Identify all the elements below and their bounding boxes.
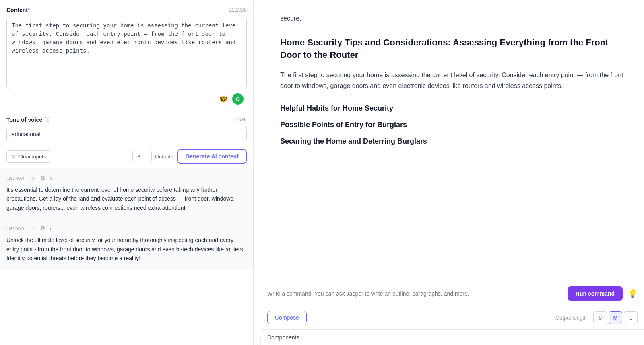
length-l-button[interactable]: L <box>624 311 638 324</box>
result-block-1: just now ☆ ⧉ » It's essential to determi… <box>0 168 253 218</box>
forward-icon: » <box>50 175 53 181</box>
result-copy-button-1[interactable]: ⧉ <box>40 174 45 182</box>
main-heading: Home Security Tips and Considerations: A… <box>280 37 625 62</box>
star-icon-2: ☆ <box>31 225 36 232</box>
result-time-2: just now <box>6 226 24 231</box>
left-panel: Content* 228/800 The first step to secur… <box>0 0 254 345</box>
bottom-bar: Compose Output length S M L <box>261 306 644 329</box>
command-input[interactable] <box>267 290 563 297</box>
right-panel: secure. Home Security Tips and Considera… <box>261 0 644 345</box>
result-block-2: just now ☆ ⧉ » Unlock the ultimate level <box>0 218 253 269</box>
star-icon: ☆ <box>31 175 36 181</box>
result-copy-button-2[interactable]: ⧉ <box>40 224 45 232</box>
result-actions-2: ☆ ⧉ » <box>30 224 54 232</box>
content-count: 228/800 <box>229 7 247 13</box>
components-bar: Components <box>261 329 644 345</box>
outputs-number-input[interactable] <box>132 151 152 162</box>
result-time-1: just now <box>6 175 24 181</box>
subheading-1: Helpful Habits for Home Security <box>280 104 625 113</box>
tone-header: Tone of voice ⓘ 11/80 <box>6 116 247 123</box>
subheading-2: Possible Points of Entry for Burglars <box>280 121 625 129</box>
result-star-button-1[interactable]: ☆ <box>30 174 37 182</box>
collapse-panel-button[interactable]: ‹ <box>254 337 261 345</box>
generate-ai-content-button[interactable]: Generate AI content <box>177 149 247 164</box>
lightbulb-button[interactable]: 💡 <box>627 289 638 298</box>
result-forward-button-2[interactable]: » <box>49 224 54 232</box>
copy-icon: ⧉ <box>41 175 45 181</box>
content-textarea[interactable]: The first step to securing your home is … <box>6 17 247 89</box>
run-command-button[interactable]: Run command <box>568 286 623 301</box>
result-meta-2: just now ☆ ⧉ » <box>6 224 247 232</box>
outputs-group: Outputs <box>132 151 173 162</box>
clear-inputs-button[interactable]: ✕ Clear inputs <box>6 150 51 163</box>
result-text-1: It's essential to determine the current … <box>6 185 247 212</box>
result-forward-button-1[interactable]: » <box>49 174 54 182</box>
subheadings-section: Helpful Habits for Home Security Possibl… <box>280 104 625 146</box>
close-icon: ✕ <box>12 154 16 159</box>
grammarly-button[interactable]: G <box>232 93 244 105</box>
compose-button[interactable]: Compose <box>267 311 307 324</box>
output-length-label: Output length <box>555 315 587 321</box>
subheading-3: Securing the Home and Deterring Burglars <box>280 137 625 146</box>
length-options: S M L <box>593 311 638 324</box>
length-s-button[interactable]: S <box>593 311 607 324</box>
results-area: just now ☆ ⧉ » It's essential to determi… <box>0 168 253 345</box>
content-header: Content* 228/800 <box>6 6 247 14</box>
result-star-button-2[interactable]: ☆ <box>30 224 37 232</box>
textarea-footer: 🤓 G <box>6 91 247 108</box>
tone-label-group: Tone of voice ⓘ <box>6 116 50 123</box>
result-actions-1: ☆ ⧉ » <box>30 174 54 182</box>
length-m-button[interactable]: M <box>609 311 622 324</box>
actions-bar: ✕ Clear inputs Outputs Generate AI conte… <box>0 145 253 168</box>
content-label: Content* <box>6 6 30 14</box>
editor-area[interactable]: secure. Home Security Tips and Considera… <box>261 0 644 281</box>
components-label: Components <box>267 334 299 341</box>
intro-text: secure. <box>280 13 625 24</box>
command-bar: Run command 💡 <box>261 281 644 306</box>
editor-content: secure. Home Security Tips and Considera… <box>280 13 625 146</box>
main-paragraph: The first step to securing your home is … <box>280 70 625 91</box>
result-meta-1: just now ☆ ⧉ » <box>6 174 247 182</box>
result-text-2: Unlock the ultimate level of security fo… <box>6 236 247 263</box>
tone-count: 11/80 <box>235 117 247 123</box>
content-section: Content* 228/800 The first step to secur… <box>0 0 253 111</box>
tone-input[interactable] <box>6 127 247 142</box>
forward-icon-2: » <box>50 225 53 232</box>
tone-section: Tone of voice ⓘ 11/80 <box>0 111 253 145</box>
chevron-left-icon: ‹ <box>256 343 258 345</box>
copy-icon-2: ⧉ <box>41 225 45 232</box>
tone-info-icon[interactable]: ⓘ <box>45 116 50 123</box>
emoji-button[interactable]: 🤓 <box>218 93 229 105</box>
